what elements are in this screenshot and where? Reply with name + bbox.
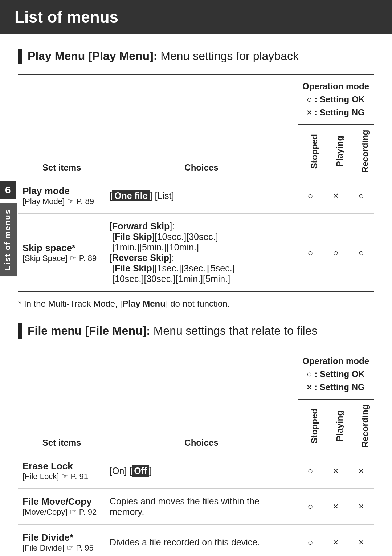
play-operation-mode-header: Operation mode ○ : Setting OK × : Settin… <box>298 74 374 124</box>
table-row: File Move/Copy [Move/Copy] ☞ P. 92 Copie… <box>18 488 374 524</box>
file-menu-table: Set items Choices Operation mode ○ : Set… <box>18 349 374 556</box>
file-operation-mode-header: Operation mode ○ : Setting OK × : Settin… <box>298 349 374 399</box>
file-divide-choices: Divides a file recorded on this device. <box>105 524 298 556</box>
play-mode-set-item: Play mode [Play Mode] ☞ P. 89 <box>18 178 105 214</box>
file-col-set-items: Set items <box>18 349 105 453</box>
file-movecopy-recording: × <box>348 488 374 524</box>
play-col-playing: Playing <box>323 124 348 178</box>
play-mode-recording: ○ <box>348 178 374 214</box>
play-col-choices: Choices <box>105 74 298 178</box>
play-menu-title-bold: Play Menu [Play Menu]: <box>28 49 157 62</box>
table-row: Erase Lock [File Lock] ☞ P. 91 [On] [Off… <box>18 453 374 488</box>
table-row: Skip space* [Skip Space] ☞ P. 89 [Forwar… <box>18 214 374 292</box>
file-menu-title-bold: File menu [File Menu]: <box>28 324 150 337</box>
play-mode-stopped: ○ <box>298 178 323 214</box>
file-menu-title-rest: Menu settings that relate to files <box>150 324 318 337</box>
table-row: Play mode [Play Mode] ☞ P. 89 [One file]… <box>18 178 374 214</box>
play-menu-title-rest: Menu settings for playback <box>157 49 299 62</box>
file-col-playing: Playing <box>323 399 348 453</box>
file-divide-recording: × <box>348 524 374 556</box>
play-menu-table: Set items Choices Operation mode ○ : Set… <box>18 74 374 293</box>
section-bar <box>18 49 22 64</box>
erase-lock-set-item: Erase Lock [File Lock] ☞ P. 91 <box>18 453 105 488</box>
file-divide-stopped: ○ <box>298 524 323 556</box>
play-mode-choices: [One file] [List] <box>105 178 298 214</box>
play-mode-playing: × <box>323 178 348 214</box>
section-bar-2 <box>18 323 22 339</box>
erase-lock-playing: × <box>323 453 348 488</box>
play-menu-section-title: Play Menu [Play Menu]: Menu settings for… <box>18 49 374 64</box>
file-movecopy-choices: Copies and moves the files within the me… <box>105 488 298 524</box>
play-menu-footnote: * In the Multi-Track Mode, [Play Menu] d… <box>18 299 374 309</box>
play-col-set-items: Set items <box>18 74 105 178</box>
file-movecopy-stopped: ○ <box>298 488 323 524</box>
page-header: List of menus <box>0 0 392 34</box>
file-col-stopped: Stopped <box>298 399 323 453</box>
page-title: List of menus <box>15 8 377 26</box>
skip-space-playing: ○ <box>323 214 348 292</box>
table-row: File Divide* [File Divide] ☞ P. 95 Divid… <box>18 524 374 556</box>
file-col-choices: Choices <box>105 349 298 453</box>
erase-lock-stopped: ○ <box>298 453 323 488</box>
skip-space-set-item: Skip space* [Skip Space] ☞ P. 89 <box>18 214 105 292</box>
file-divide-set-item: File Divide* [File Divide] ☞ P. 95 <box>18 524 105 556</box>
play-col-stopped: Stopped <box>298 124 323 178</box>
chapter-label: List of menus <box>0 203 17 276</box>
skip-space-choices: [Forward Skip]: [File Skip][10sec.][30se… <box>105 214 298 292</box>
file-menu-section-title: File menu [File Menu]: Menu settings tha… <box>18 323 374 339</box>
play-col-recording: Recording <box>348 124 374 178</box>
file-movecopy-set-item: File Move/Copy [Move/Copy] ☞ P. 92 <box>18 488 105 524</box>
chapter-number: 6 <box>0 181 16 199</box>
erase-lock-recording: × <box>348 453 374 488</box>
file-divide-playing: × <box>323 524 348 556</box>
skip-space-stopped: ○ <box>298 214 323 292</box>
file-col-recording: Recording <box>348 399 374 453</box>
erase-lock-choices: [On] [Off] <box>105 453 298 488</box>
file-movecopy-playing: × <box>323 488 348 524</box>
skip-space-recording: ○ <box>348 214 374 292</box>
